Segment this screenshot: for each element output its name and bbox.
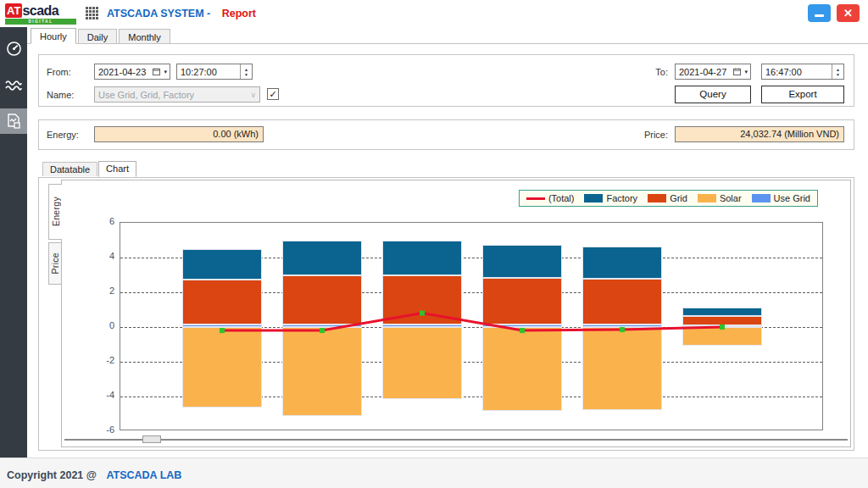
atscada-lab-link[interactable]: ATSCADA LAB — [106, 469, 181, 481]
chart-content: Energy Price (Total)FactoryGridSolarUse … — [38, 177, 854, 451]
from-time-value: 10:27:00 — [177, 67, 240, 77]
legend-item-grid: Grid — [648, 193, 687, 203]
legend-item-factory: Factory — [584, 193, 637, 203]
chart-box: (Total)FactoryGridSolarUse Grid 6420-2-4… — [61, 180, 851, 447]
name-select[interactable]: Use Grid, Grid, Factory ∨ — [94, 86, 260, 103]
y-axis-tick-label: 4 — [91, 251, 114, 261]
report-document-icon — [6, 113, 21, 130]
minimize-icon — [815, 14, 824, 17]
sidebar-item-report[interactable] — [0, 108, 27, 134]
y-axis-tick-label: -4 — [91, 390, 114, 400]
logo-scada-text: scada — [22, 3, 58, 18]
scrollbar-thumb[interactable] — [142, 435, 161, 443]
dropdown-arrow-icon: ▾ — [163, 69, 170, 75]
total-line-series — [120, 223, 824, 431]
to-time-value: 16:47:00 — [762, 67, 832, 77]
legend-label: Solar — [720, 193, 742, 203]
copyright-text: Copyright 2021 @ — [7, 469, 97, 481]
view-tab-bar: Datatable Chart — [42, 161, 137, 176]
spinner-down-icon: ▼ — [244, 72, 248, 77]
legend-swatch — [584, 194, 603, 202]
legend-swatch — [648, 194, 666, 202]
calendar-icon — [731, 68, 743, 75]
system-title: ATSCADA SYSTEM - — [107, 8, 210, 19]
legend-label: Grid — [670, 193, 687, 203]
period-tab-bar: Hourly Daily Monthly — [31, 28, 172, 43]
page-title: Report — [222, 8, 256, 19]
from-label: From: — [47, 67, 71, 77]
name-select-value: Use Grid, Grid, Factory — [95, 90, 247, 100]
close-button[interactable]: ✕ — [837, 4, 860, 22]
legend-label: (Total) — [548, 193, 575, 203]
tab-energy-vertical[interactable]: Energy — [48, 184, 62, 240]
tab-chart[interactable]: Chart — [98, 161, 136, 177]
window-controls: ✕ — [808, 4, 860, 22]
scrollbar-track — [64, 439, 848, 441]
gauge-icon — [6, 41, 22, 57]
close-icon: ✕ — [843, 7, 853, 19]
tab-daily[interactable]: Daily — [78, 29, 117, 43]
y-axis-tick-label: 2 — [91, 286, 114, 296]
y-axis-tick-label: -2 — [91, 355, 114, 365]
price-label: Price: — [632, 130, 668, 140]
y-axis-tick-label: 6 — [91, 216, 114, 226]
name-all-checkbox[interactable]: ✓ — [267, 88, 279, 100]
legend-swatch — [526, 197, 545, 200]
waves-icon — [5, 79, 22, 92]
tab-datatable[interactable]: Datatable — [42, 162, 97, 176]
header-bar: AT scada DIGITAL TRANSFORMATION ATSCADA … — [0, 0, 868, 27]
tab-monthly[interactable]: Monthly — [119, 29, 170, 43]
from-date-value: 2021-04-23 — [95, 67, 150, 77]
chart-plot-area — [120, 222, 823, 430]
logo-at-badge: AT — [5, 3, 22, 18]
legend-swatch — [752, 194, 771, 202]
to-date-picker[interactable]: 2021-04-27 ▾ — [675, 64, 751, 80]
to-label: To: — [632, 67, 668, 77]
query-form-panel: From: 2021-04-23 ▾ 10:27:00 ▲ ▼ Name: Us… — [38, 54, 854, 107]
select-arrow-icon: ∨ — [247, 91, 259, 99]
tab-price-label: Price — [50, 252, 60, 274]
atscada-logo: AT scada DIGITAL TRANSFORMATION — [5, 3, 76, 25]
price-value-field: 24,032.74 (Million VND) — [675, 126, 844, 142]
time-spinner-icons[interactable]: ▲ ▼ — [832, 64, 843, 79]
legend-item-total: (Total) — [526, 193, 575, 203]
energy-value-field: 0.00 (kWh) — [94, 126, 264, 142]
window-title: ATSCADA SYSTEM - Report — [107, 8, 256, 19]
name-label: Name: — [47, 90, 74, 100]
chart-legend: (Total)FactoryGridSolarUse Grid — [519, 190, 818, 207]
legend-label: Factory — [606, 193, 637, 203]
calendar-icon — [150, 68, 163, 75]
dropdown-arrow-icon: ▾ — [743, 69, 750, 75]
spinner-down-icon: ▼ — [836, 72, 840, 77]
export-button[interactable]: Export — [761, 86, 844, 103]
time-spinner-icons[interactable]: ▲ ▼ — [240, 64, 252, 79]
nav-sidebar — [0, 27, 27, 458]
sidebar-item-dashboard[interactable] — [0, 36, 27, 61]
tab-energy-label: Energy — [51, 197, 61, 226]
minimize-button[interactable] — [808, 4, 831, 22]
checkbox-check-icon: ✓ — [269, 89, 276, 99]
tab-hourly[interactable]: Hourly — [31, 28, 76, 44]
sidebar-item-trends[interactable] — [0, 73, 27, 98]
energy-label: Energy: — [47, 130, 79, 140]
footer-bar: Copyright 2021 @ ATSCADA LAB — [0, 458, 868, 488]
summary-panel: Energy: 0.00 (kWh) Price: 24,032.74 (Mil… — [38, 119, 854, 150]
to-date-value: 2021-04-27 — [676, 67, 731, 77]
from-date-picker[interactable]: 2021-04-23 ▾ — [94, 64, 170, 80]
chart-panel: Datatable Chart Energy Price (Total)Fact… — [38, 159, 854, 451]
legend-item-solar: Solar — [698, 193, 742, 203]
logo-tagline: DIGITAL TRANSFORMATION — [5, 19, 76, 25]
apps-grid-icon[interactable] — [86, 7, 99, 24]
query-button[interactable]: Query — [675, 86, 751, 103]
app-window: AT scada DIGITAL TRANSFORMATION ATSCADA … — [0, 0, 868, 488]
y-axis-tick-label: -6 — [91, 424, 114, 435]
legend-swatch — [698, 194, 716, 202]
legend-item-use-grid: Use Grid — [752, 193, 810, 203]
to-time-spinner[interactable]: 16:47:00 ▲ ▼ — [761, 64, 844, 80]
tab-price-vertical[interactable]: Price — [48, 242, 62, 285]
y-axis-tick-label: 0 — [91, 320, 114, 330]
chart-hscrollbar — [64, 435, 848, 444]
from-time-spinner[interactable]: 10:27:00 ▲ ▼ — [176, 64, 253, 80]
legend-label: Use Grid — [774, 193, 810, 203]
